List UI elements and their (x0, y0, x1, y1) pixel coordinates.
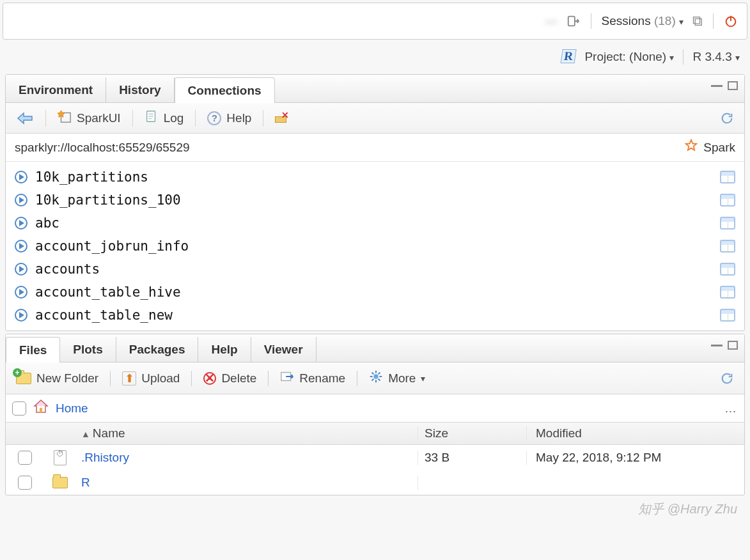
rename-button[interactable]: Rename (276, 368, 349, 389)
disconnect-button[interactable]: ✕ (271, 109, 293, 127)
col-name[interactable]: ▲Name (76, 426, 418, 440)
file-modified: May 22, 2018, 9:12 PM (527, 451, 744, 465)
path-more-icon[interactable]: … (724, 401, 738, 416)
tab-connections[interactable]: Connections (175, 77, 275, 103)
upper-tab-strip: Environment History Connections (6, 75, 744, 103)
col-modified[interactable]: Modified (527, 426, 744, 440)
project-selector[interactable]: Project: (None) ▾ (584, 50, 674, 64)
username-blurred: — (545, 14, 558, 28)
preview-table-icon[interactable] (720, 194, 735, 206)
minimize-icon[interactable] (711, 344, 723, 346)
disconnect-icon: ✕ (275, 111, 289, 125)
divider (591, 13, 591, 29)
svg-point-9 (373, 374, 378, 378)
table-row[interactable]: accounts (6, 258, 744, 281)
chevron-down-icon: ▾ (679, 17, 684, 27)
table-row[interactable]: 10k_partitions_100 (6, 189, 744, 212)
preview-table-icon[interactable] (720, 171, 735, 183)
preview-table-icon[interactable] (720, 309, 735, 322)
tab-help[interactable]: Help (198, 337, 251, 362)
preview-table-icon[interactable] (720, 286, 735, 299)
minimize-icon[interactable] (711, 84, 723, 87)
refresh-button[interactable] (716, 109, 738, 127)
help-button[interactable]: ? Help (203, 109, 255, 127)
connections-panel: Environment History Connections SparkUI … (5, 74, 745, 331)
svg-line-17 (379, 373, 380, 375)
chevron-down-icon: ▾ (421, 373, 425, 384)
refresh-button[interactable] (716, 369, 738, 387)
sign-out-icon[interactable] (566, 14, 581, 28)
sparkui-button[interactable]: SparkUI (54, 107, 125, 128)
new-folder-button[interactable]: + New Folder (12, 369, 102, 387)
breadcrumb-home[interactable]: Home (56, 401, 88, 416)
home-icon[interactable] (33, 398, 49, 418)
spark-icon (684, 139, 698, 156)
maximize-icon[interactable] (728, 81, 738, 90)
file-row[interactable]: .Rhistory 33 B May 22, 2018, 9:12 PM (6, 445, 744, 471)
expand-icon[interactable] (15, 194, 27, 206)
r-logo-icon: R (561, 49, 578, 65)
files-panel: Files Plots Packages Help Viewer + New F… (5, 334, 745, 495)
lower-tab-strip: Files Plots Packages Help Viewer (6, 334, 744, 362)
upload-icon: ⬆ (122, 371, 136, 385)
svg-rect-0 (568, 17, 574, 26)
new-session-icon[interactable]: ⧉ (692, 13, 703, 29)
delete-icon: ✕ (203, 372, 216, 385)
r-version-selector[interactable]: R 3.4.3 ▾ (692, 50, 740, 64)
row-checkbox[interactable] (18, 451, 32, 465)
maximize-icon[interactable] (728, 341, 738, 350)
table-row[interactable]: account_table_new (6, 304, 744, 327)
new-folder-icon: + (16, 373, 31, 384)
preview-table-icon[interactable] (720, 217, 735, 229)
divider (683, 49, 684, 65)
svg-rect-18 (40, 408, 42, 412)
sessions-button[interactable]: Sessions (18) ▾ (602, 14, 684, 28)
expand-icon[interactable] (15, 309, 27, 322)
watermark: 知乎 @Harry Zhu (0, 498, 750, 520)
spark-chip[interactable]: Spark (684, 139, 735, 156)
tab-files[interactable]: Files (6, 337, 60, 362)
sessions-count: (18) (654, 14, 676, 27)
table-row[interactable]: 10k_partitions (6, 166, 744, 189)
log-button[interactable]: Log (141, 107, 188, 128)
delete-button[interactable]: ✕ Delete (199, 369, 260, 387)
file-name[interactable]: R (76, 476, 418, 490)
back-button[interactable] (12, 109, 38, 127)
expand-icon[interactable] (15, 286, 27, 299)
table-row[interactable]: account_table_hive (6, 281, 744, 304)
tab-history[interactable]: History (106, 77, 174, 102)
file-header: ▲Name Size Modified (6, 423, 744, 445)
select-all-checkbox[interactable] (12, 401, 26, 416)
connections-toolbar: SparkUI Log ? Help ✕ (6, 103, 744, 134)
divider (713, 13, 714, 29)
tab-packages[interactable]: Packages (116, 337, 199, 362)
chevron-down-icon: ▾ (735, 52, 740, 63)
table-row[interactable]: abc (6, 212, 744, 235)
chevron-down-icon: ▾ (669, 52, 674, 63)
power-icon[interactable] (724, 14, 738, 28)
tab-environment[interactable]: Environment (6, 77, 106, 102)
svg-line-16 (372, 379, 374, 381)
connection-address: sparklyr://localhost:65529/65529 (15, 141, 190, 155)
tab-plots[interactable]: Plots (60, 337, 116, 362)
project-bar: R Project: (None) ▾ R 3.4.3 ▾ (0, 42, 750, 72)
folder-icon (52, 477, 68, 488)
expand-icon[interactable] (15, 217, 27, 229)
expand-icon[interactable] (15, 171, 27, 183)
table-list: 10k_partitions 10k_partitions_100 abc ac… (6, 162, 744, 331)
breadcrumb: Home … (6, 394, 744, 423)
file-name[interactable]: .Rhistory (76, 451, 418, 465)
tab-viewer[interactable]: Viewer (251, 337, 316, 362)
col-size[interactable]: Size (418, 426, 527, 440)
gear-icon (369, 369, 383, 387)
table-row[interactable]: account_jobrun_info (6, 235, 744, 258)
preview-table-icon[interactable] (720, 240, 735, 253)
row-checkbox[interactable] (18, 476, 32, 490)
preview-table-icon[interactable] (720, 263, 735, 276)
expand-icon[interactable] (15, 263, 27, 276)
spark-star-icon (58, 109, 72, 127)
file-row[interactable]: R (6, 471, 744, 495)
more-button[interactable]: More ▾ (365, 368, 429, 389)
expand-icon[interactable] (15, 240, 27, 253)
upload-button[interactable]: ⬆ Upload (118, 369, 184, 387)
